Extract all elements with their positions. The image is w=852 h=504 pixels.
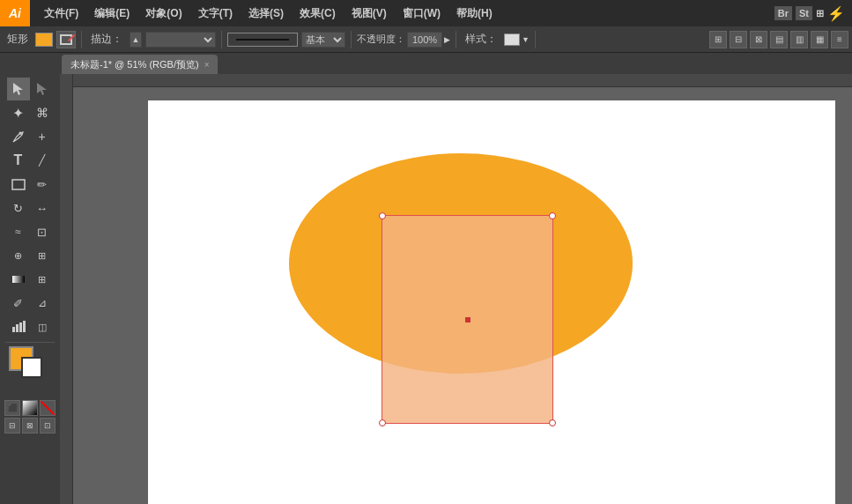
arrange-icon5[interactable]: ▥ bbox=[790, 31, 808, 48]
gradient-tool[interactable] bbox=[7, 268, 30, 291]
arrange-icon6[interactable]: ▦ bbox=[811, 31, 828, 48]
selected-rectangle[interactable] bbox=[382, 215, 553, 424]
bridge-icon[interactable]: Br bbox=[774, 6, 792, 20]
arrange-icon2[interactable]: ⊟ bbox=[730, 31, 747, 48]
select-tool[interactable] bbox=[7, 78, 30, 100]
ruler-top bbox=[60, 74, 852, 87]
tool-row-5: ✏ bbox=[7, 173, 54, 196]
menu-edit[interactable]: 编辑(E) bbox=[87, 3, 137, 25]
opacity-group: 不透明度： ▶ bbox=[357, 32, 450, 48]
menu-bar: 文件(F) 编辑(E) 对象(O) 文字(T) 选择(S) 效果(C) 视图(V… bbox=[30, 3, 774, 25]
menu-object[interactable]: 对象(O) bbox=[138, 3, 189, 25]
mesh-tool[interactable]: ⊞ bbox=[31, 268, 54, 291]
svg-marker-0 bbox=[13, 83, 23, 95]
tool-row-6: ↻ ↔ bbox=[7, 196, 54, 219]
tool-row-8: ⊕ ⊞ bbox=[7, 244, 54, 267]
menu-effect[interactable]: 效果(C) bbox=[293, 3, 343, 25]
opacity-chevron[interactable]: ▶ bbox=[444, 35, 450, 44]
screen-mode-btn3[interactable]: ⊡ bbox=[40, 418, 56, 434]
stock-icon[interactable]: St bbox=[796, 6, 812, 20]
tool-row-3: + bbox=[7, 125, 54, 148]
pen-tool[interactable] bbox=[7, 125, 30, 148]
svg-rect-6 bbox=[16, 324, 19, 332]
toolbar: 矩形 描边： ▲ 基本 不透明度： ▶ 样式： ▼ ⊞ ⊟ ⊠ ▤ ▥ ▦ ≡ bbox=[0, 26, 852, 53]
svg-point-2 bbox=[19, 132, 21, 135]
chart-tool[interactable] bbox=[7, 315, 30, 338]
eyedropper-tool[interactable]: ✐ bbox=[7, 292, 30, 315]
stroke-up-btn[interactable]: ▲ bbox=[130, 32, 142, 48]
shape-builder-tool[interactable]: ⊕ bbox=[7, 244, 30, 267]
menu-file[interactable]: 文件(F) bbox=[37, 3, 85, 25]
main-area: ✦ ⌘ + T ╱ ✏ ↻ ↔ ≈ ⊡ ⊕ ⊞ bbox=[0, 74, 852, 504]
menu-select[interactable]: 选择(S) bbox=[241, 3, 291, 25]
handle-bottom-left[interactable] bbox=[379, 419, 386, 426]
measure-tool[interactable]: ⊿ bbox=[31, 292, 54, 315]
handle-bottom-right[interactable] bbox=[549, 419, 556, 426]
color-swatches bbox=[5, 346, 55, 396]
stroke-icon-btn[interactable] bbox=[56, 31, 76, 48]
sep3 bbox=[351, 31, 352, 48]
magic-wand-tool[interactable]: ✦ bbox=[7, 101, 30, 124]
svg-rect-7 bbox=[19, 322, 22, 332]
center-point bbox=[465, 317, 470, 322]
tab-close-btn[interactable]: × bbox=[204, 60, 210, 70]
free-transform-tool[interactable]: ⊡ bbox=[31, 220, 54, 243]
rotate-tool[interactable]: ↻ bbox=[7, 196, 30, 219]
screen-mode-btn1[interactable]: ⊟ bbox=[4, 418, 20, 434]
anchor-tool[interactable]: + bbox=[31, 125, 54, 148]
color-mode-btn[interactable]: ⬛ bbox=[4, 400, 20, 416]
lasso-tool[interactable]: ⌘ bbox=[31, 101, 54, 124]
ai-logo: Ai bbox=[0, 0, 30, 26]
handle-top-left[interactable] bbox=[379, 212, 386, 219]
warp-tool[interactable]: ≈ bbox=[7, 220, 30, 243]
screen-mode-btn2[interactable]: ⊠ bbox=[22, 418, 38, 434]
stroke-style-select[interactable]: 基本 bbox=[301, 32, 345, 48]
document-tab[interactable]: 未标题-1* @ 51% (RGB/预览) × bbox=[62, 55, 218, 74]
gradient-swatch[interactable] bbox=[22, 400, 38, 416]
tool-row-1 bbox=[7, 78, 54, 100]
style-swatch[interactable] bbox=[504, 33, 520, 46]
sep2 bbox=[221, 31, 222, 48]
left-toolbar: ✦ ⌘ + T ╱ ✏ ↻ ↔ ≈ ⊡ ⊕ ⊞ bbox=[0, 74, 60, 504]
handle-top-right[interactable] bbox=[549, 212, 556, 219]
none-swatch[interactable] bbox=[40, 400, 56, 416]
extra-icon: ⚡ bbox=[827, 5, 845, 22]
fill-color-swatch[interactable] bbox=[35, 33, 53, 47]
arrange-icon4[interactable]: ▤ bbox=[770, 31, 788, 48]
direct-select-tool[interactable] bbox=[31, 78, 54, 100]
tool-row-7: ≈ ⊡ bbox=[7, 220, 54, 243]
rect-tool[interactable] bbox=[7, 173, 30, 196]
paintbrush-tool[interactable]: ✏ bbox=[31, 173, 54, 196]
tool-row-4: T ╱ bbox=[7, 149, 54, 172]
tool-row-11: ◫ bbox=[7, 315, 54, 338]
svg-rect-5 bbox=[12, 327, 15, 332]
menu-help[interactable]: 帮助(H) bbox=[449, 3, 500, 25]
vertical-type-tool[interactable]: ╱ bbox=[31, 149, 54, 172]
svg-rect-8 bbox=[23, 321, 26, 332]
tool-row-10: ✐ ⊿ bbox=[7, 292, 54, 315]
slice-tool[interactable]: ◫ bbox=[31, 315, 54, 338]
style-chevron[interactable]: ▼ bbox=[522, 35, 530, 44]
grid-icon[interactable]: ⊞ bbox=[816, 8, 824, 19]
arrange-icon1[interactable]: ⊞ bbox=[709, 31, 727, 48]
color-mode-row: ⬛ bbox=[4, 400, 56, 416]
screen-mode-row: ⊟ ⊠ ⊡ bbox=[4, 418, 56, 434]
menu-text[interactable]: 文字(T) bbox=[191, 3, 240, 25]
menu-view[interactable]: 视图(V) bbox=[345, 3, 394, 25]
stroke-swatch[interactable] bbox=[21, 357, 42, 378]
stroke-label: 描边： bbox=[87, 32, 126, 47]
stroke-type-select[interactable] bbox=[145, 32, 216, 48]
tool-row-2: ✦ ⌘ bbox=[7, 101, 54, 124]
opacity-label: 不透明度： bbox=[357, 33, 405, 46]
menu-window[interactable]: 窗口(W) bbox=[396, 3, 448, 25]
perspective-tool[interactable]: ⊞ bbox=[31, 244, 54, 267]
opacity-input[interactable] bbox=[407, 32, 442, 48]
arrange-icon7[interactable]: ≡ bbox=[831, 31, 848, 48]
canvas-area[interactable] bbox=[60, 74, 852, 504]
canvas-page bbox=[148, 100, 835, 504]
type-tool[interactable]: T bbox=[7, 149, 30, 172]
arrange-icon3[interactable]: ⊠ bbox=[750, 31, 767, 48]
tab-bar: 未标题-1* @ 51% (RGB/预览) × bbox=[0, 53, 852, 74]
reflect-tool[interactable]: ↔ bbox=[31, 196, 54, 219]
tool-separator bbox=[5, 342, 55, 343]
